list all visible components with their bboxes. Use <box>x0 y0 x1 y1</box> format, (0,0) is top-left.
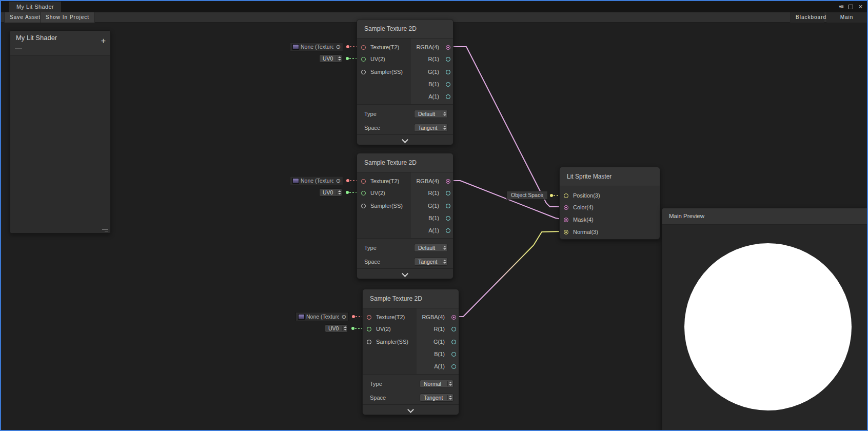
blackboard-path-placeholder <box>15 48 22 49</box>
type-dropdown[interactable]: Normal <box>420 380 453 388</box>
dropdown-stepper-icon <box>442 125 446 130</box>
blackboard-panel[interactable]: My Lit Shader + <box>10 30 111 233</box>
port-texture[interactable] <box>361 179 366 184</box>
object-space-connector-dot <box>550 194 553 197</box>
port-texture[interactable] <box>361 45 366 50</box>
texture-object-field[interactable]: None (Texture ⊙ <box>290 176 343 185</box>
port-b[interactable] <box>451 352 456 357</box>
dropdown-stepper-icon <box>442 259 446 264</box>
object-picker-icon[interactable]: ⊙ <box>333 44 341 50</box>
sample-texture-2d-node[interactable]: Sample Texture 2D Texture(T2) UV(2) Samp… <box>357 19 453 145</box>
port-uv[interactable] <box>361 57 366 62</box>
texture-object-field[interactable]: None (Texture ⊙ <box>290 42 343 51</box>
port-mask[interactable] <box>564 218 568 222</box>
blackboard-title: My Lit Shader <box>16 34 57 42</box>
shader-graph-window: My Lit Shader ▾≡ ✕ Save Asset Show In Pr… <box>0 0 868 431</box>
port-g[interactable] <box>446 204 450 208</box>
blackboard-resize-grip[interactable] <box>102 228 108 231</box>
port-b[interactable] <box>446 82 450 87</box>
dropdown-stepper-icon <box>442 111 446 116</box>
uv-connector-dot <box>346 57 349 60</box>
port-a[interactable] <box>451 364 456 369</box>
dropdown-stepper-icon <box>337 190 341 195</box>
main-preview-panel[interactable]: Main Preview <box>662 208 868 431</box>
uv-channel-dropdown[interactable]: UV0 <box>319 54 342 63</box>
chevron-down-icon <box>402 136 408 143</box>
port-r[interactable] <box>446 191 450 195</box>
texture-connector-dot <box>352 315 355 318</box>
port-uv[interactable] <box>361 191 366 195</box>
node-title[interactable]: Sample Texture 2D <box>357 153 453 172</box>
port-g[interactable] <box>451 340 456 344</box>
dropdown-stepper-icon <box>447 381 451 386</box>
port-b[interactable] <box>446 216 450 221</box>
dropdown-stepper-icon <box>447 395 451 400</box>
port-g[interactable] <box>446 70 450 74</box>
port-r[interactable] <box>446 57 450 62</box>
texture-thumbnail-icon <box>292 44 299 50</box>
node-title[interactable]: Lit Sprite Master <box>560 167 660 186</box>
dropdown-stepper-icon <box>337 56 341 61</box>
lit-sprite-master-node[interactable]: Lit Sprite Master Position(3) Color(4) M… <box>559 167 660 240</box>
port-sampler[interactable] <box>361 204 366 208</box>
graph-canvas[interactable]: My Lit Shader + Sample Texture 2D Textur… <box>1 23 867 430</box>
collapse-preview-button[interactable] <box>357 134 453 145</box>
port-rgba[interactable] <box>451 315 456 320</box>
object-picker-icon[interactable]: ⊙ <box>333 178 341 184</box>
port-a[interactable] <box>446 94 450 99</box>
texture-connector-dot <box>346 179 349 182</box>
shader-preview-sphere[interactable] <box>684 243 852 410</box>
node-title[interactable]: Sample Texture 2D <box>357 19 453 38</box>
collapse-preview-button[interactable] <box>357 268 453 279</box>
dropdown-stepper-icon <box>342 326 346 331</box>
uv-connector-dot <box>351 327 354 330</box>
object-space-badge[interactable]: Object Space <box>506 191 548 200</box>
sample-texture-2d-node[interactable]: Sample Texture 2D Texture(T2) UV(2) Samp… <box>357 153 453 279</box>
port-r[interactable] <box>451 327 456 331</box>
collapse-preview-button[interactable] <box>363 404 459 415</box>
space-dropdown[interactable]: Tangent <box>420 394 453 402</box>
type-dropdown[interactable]: Default <box>414 244 448 252</box>
chevron-down-icon <box>402 270 408 277</box>
sample-texture-2d-node[interactable]: Sample Texture 2D Texture(T2) UV(2) Samp… <box>362 289 459 415</box>
port-color[interactable] <box>564 205 568 210</box>
port-rgba[interactable] <box>446 179 450 184</box>
uv-channel-dropdown[interactable]: UV0 <box>325 324 348 332</box>
uv-connector-dot <box>346 191 349 194</box>
port-normal[interactable] <box>564 230 568 234</box>
main-preview-header[interactable]: Main Preview <box>662 208 867 225</box>
texture-thumbnail-icon <box>292 178 299 184</box>
space-dropdown[interactable]: Tangent <box>414 124 448 132</box>
port-texture[interactable] <box>367 315 371 320</box>
uv-channel-dropdown[interactable]: UV0 <box>319 188 342 197</box>
port-position[interactable] <box>564 193 568 198</box>
space-dropdown[interactable]: Tangent <box>414 258 448 266</box>
object-picker-icon[interactable]: ⊙ <box>339 314 346 320</box>
port-sampler[interactable] <box>367 340 371 344</box>
type-dropdown[interactable]: Default <box>414 110 448 118</box>
dropdown-stepper-icon <box>442 245 446 250</box>
add-property-button[interactable]: + <box>101 37 106 45</box>
port-rgba[interactable] <box>446 45 450 50</box>
port-uv[interactable] <box>367 327 371 331</box>
edge-rgba-to-normal <box>455 231 561 317</box>
texture-object-field[interactable]: None (Texture ⊙ <box>295 312 349 321</box>
blackboard-header[interactable]: My Lit Shader + <box>10 31 110 56</box>
node-title[interactable]: Sample Texture 2D <box>363 289 459 308</box>
chevron-down-icon <box>407 406 414 413</box>
texture-thumbnail-icon <box>298 314 305 320</box>
port-sampler[interactable] <box>361 70 366 74</box>
port-a[interactable] <box>446 228 450 233</box>
texture-connector-dot <box>346 45 349 48</box>
